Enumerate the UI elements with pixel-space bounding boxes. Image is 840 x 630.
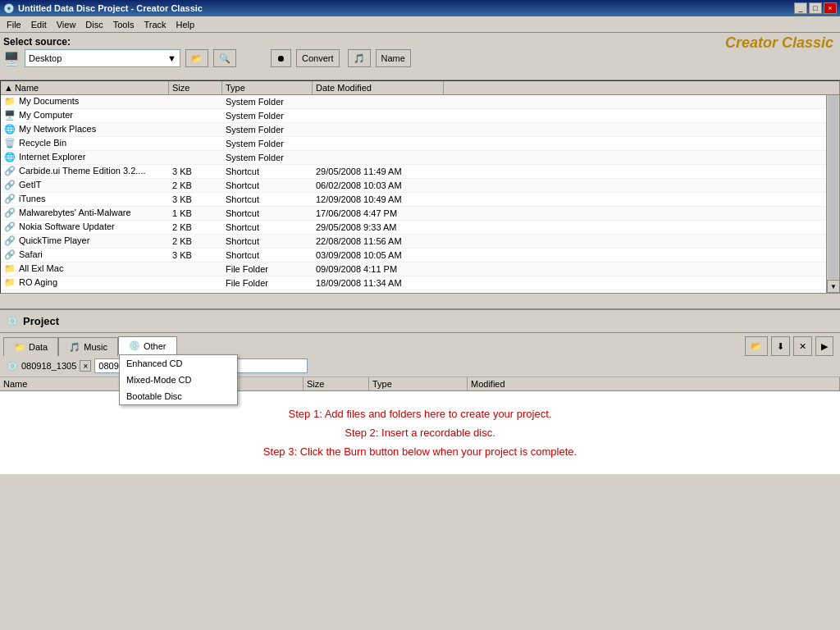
list-item[interactable]: 🔗iTunes 3 KB Shortcut 12/09/2008 10:49 A… — [1, 193, 839, 207]
list-item[interactable]: 📁My Documents System Folder — [1, 95, 839, 109]
scroll-thumb[interactable] — [828, 95, 838, 279]
bootable-disc-option[interactable]: Bootable Disc — [120, 388, 237, 404]
type-col-label: Type — [226, 83, 245, 93]
list-item[interactable]: 🖥️My Computer System Folder — [1, 109, 839, 123]
toolbar-top: Select source: Creator Classic — [3, 36, 837, 48]
app-icon: 💿 — [3, 3, 15, 14]
add-folder-button[interactable]: 📂 — [745, 336, 768, 356]
close-button[interactable]: × — [824, 2, 837, 14]
file-type: Shortcut — [222, 167, 313, 176]
list-item[interactable]: 🔗Nokia Software Updater 2 KB Shortcut 29… — [1, 221, 839, 235]
file-name: 🔗Nokia Software Updater — [1, 221, 169, 233]
file-type: Shortcut — [222, 236, 313, 246]
menu-edit[interactable]: Edit — [26, 18, 52, 31]
mixed-mode-cd-option[interactable]: Mixed-Mode CD — [120, 372, 237, 388]
tab-other[interactable]: 💿 Other Enhanced CD Mixed-Mode CD Bootab… — [118, 336, 177, 355]
maximize-button[interactable]: □ — [809, 2, 822, 14]
vertical-scrollbar[interactable]: ▲ ▼ — [826, 81, 839, 293]
tab-music[interactable]: 🎵 Music — [58, 337, 118, 356]
list-item[interactable]: 🔗Carbide.ui Theme Edition 3.2.... 3 KB S… — [1, 165, 839, 179]
menu-tools[interactable]: Tools — [108, 18, 139, 31]
list-item[interactable]: 🔗GetIT 2 KB Shortcut 06/02/2008 10:03 AM — [1, 179, 839, 193]
file-size: 1 KB — [169, 208, 222, 218]
menubar: File Edit View Disc Tools Track Help — [0, 16, 840, 33]
list-item[interactable]: 🔗QuickTime Player 2 KB Shortcut 22/08/20… — [1, 235, 839, 249]
file-type: Shortcut — [222, 180, 313, 190]
project-item-name-label: 080918_1305 — [21, 361, 76, 371]
col-header-size[interactable]: Size — [169, 81, 222, 94]
name-label: Name — [381, 53, 405, 63]
file-size: 2 KB — [169, 236, 222, 246]
name-label-button[interactable]: Name — [376, 49, 411, 67]
convert-button[interactable]: Convert — [296, 49, 340, 67]
list-item[interactable]: 🌐Internet Explorer System Folder — [1, 151, 839, 165]
source-area: ▲ Name Size Type Date Modified 📁My Docum… — [0, 80, 840, 310]
minimize-button[interactable]: _ — [794, 2, 807, 14]
menu-disc[interactable]: Disc — [80, 18, 107, 31]
project-header: 💿 Project — [0, 310, 840, 333]
list-item[interactable]: 🔗Malwarebytes' Anti-Malware 1 KB Shortcu… — [1, 207, 839, 221]
source-icon: 🖥️ — [3, 51, 20, 66]
menu-track[interactable]: Track — [139, 18, 171, 31]
other-tab-label: Other — [144, 341, 167, 351]
file-type: File Folder — [222, 278, 313, 288]
project-area: 💿 Project 📁 Data 🎵 Music 💿 Other Enhance… — [0, 310, 840, 630]
play-button[interactable]: ▶ — [815, 336, 833, 356]
record-button[interactable]: ⏺ — [271, 49, 291, 67]
move-down-button[interactable]: ⬇ — [771, 336, 790, 356]
project-tabs: 📁 Data 🎵 Music 💿 Other Enhanced CD Mixed… — [0, 333, 840, 355]
remove-button[interactable]: ✕ — [793, 336, 812, 356]
file-name: 🖥️My Computer — [1, 110, 169, 121]
step1-text: Step 1: Add files and folders here to cr… — [289, 408, 552, 420]
file-name: 🔗Carbide.ui Theme Edition 3.2.... — [1, 166, 169, 177]
source-dropdown[interactable]: Desktop ▼ — [25, 49, 180, 67]
browse-folder-button[interactable]: 📂 — [185, 49, 208, 67]
menu-view[interactable]: View — [52, 18, 81, 31]
proj-col-header-type: Type — [369, 377, 468, 390]
step3-text: Step 3: Click the Burn button below when… — [263, 445, 577, 458]
menu-help[interactable]: Help — [171, 18, 200, 31]
col-header-date[interactable]: Date Modified — [313, 81, 444, 94]
data-tab-label: Data — [29, 342, 48, 352]
file-type: Shortcut — [222, 208, 313, 218]
list-item[interactable]: 🌐My Network Places System Folder — [1, 123, 839, 137]
toolbar: Select source: Creator Classic 🖥️ Deskto… — [0, 33, 840, 80]
record-icon: ⏺ — [276, 53, 285, 63]
convert-label: Convert — [302, 53, 334, 63]
file-date: 12/09/2008 10:49 AM — [313, 194, 444, 204]
file-name: 📁RO Aging — [1, 277, 169, 289]
file-type: System Folder — [222, 111, 313, 121]
list-item[interactable]: 🔗Safari 3 KB Shortcut 03/09/2008 10:05 A… — [1, 249, 839, 262]
other-tab-icon: 💿 — [129, 340, 140, 351]
close-item-button[interactable]: × — [80, 360, 91, 372]
move-down-icon: ⬇ — [777, 341, 784, 352]
name-col-label: Name — [15, 83, 39, 93]
list-item[interactable]: 📁All Exl Mac File Folder 09/09/2008 4:11… — [1, 262, 839, 276]
file-size: 3 KB — [169, 167, 222, 176]
name-button[interactable]: 🎵 — [348, 49, 371, 67]
file-name: 🔗Malwarebytes' Anti-Malware — [1, 208, 169, 219]
list-item[interactable]: 📁RO Aging File Folder 18/09/2008 11:34 A… — [1, 276, 839, 290]
date-col-label: Date Modified — [316, 83, 372, 93]
list-item[interactable]: 🗑️Recycle Bin System Folder — [1, 137, 839, 151]
dropdown-arrow-icon: ▼ — [167, 53, 176, 63]
project-disc-icon: 💿 — [7, 316, 18, 326]
proj-size-label: Size — [307, 379, 324, 389]
browse-button2[interactable]: 🔍 — [213, 49, 236, 67]
file-date: 06/02/2008 10:03 AM — [313, 180, 444, 190]
file-date: 29/05/2008 11:49 AM — [313, 167, 444, 176]
titlebar-title: Untitled Data Disc Project - Creator Cla… — [18, 3, 203, 13]
sort-arrow-icon: ▲ — [4, 83, 13, 93]
tab-data[interactable]: 📁 Data — [3, 337, 58, 356]
enhanced-cd-option[interactable]: Enhanced CD — [120, 355, 237, 372]
col-header-name[interactable]: ▲ Name — [1, 81, 169, 94]
file-type: System Folder — [222, 97, 313, 107]
scroll-down-button[interactable]: ▼ — [827, 280, 840, 293]
titlebar-controls[interactable]: _ □ × — [794, 2, 837, 14]
file-list-header: ▲ Name Size Type Date Modified — [1, 81, 839, 95]
file-date: 17/06/2008 4:47 PM — [313, 208, 444, 218]
select-source-label: Select source: — [3, 36, 71, 48]
col-header-type[interactable]: Type — [222, 81, 313, 94]
menu-file[interactable]: File — [2, 18, 26, 31]
file-browser[interactable]: ▲ Name Size Type Date Modified 📁My Docum… — [0, 80, 840, 294]
